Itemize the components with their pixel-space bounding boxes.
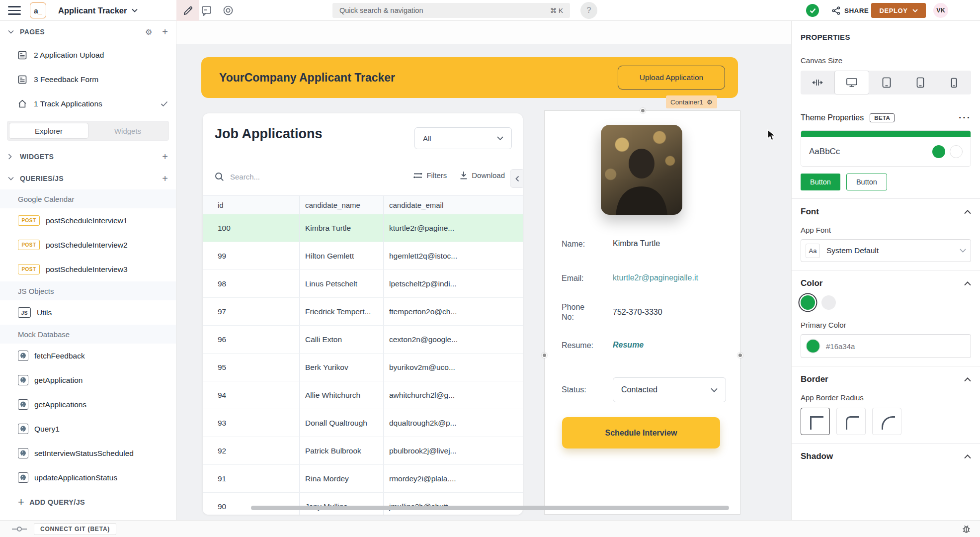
user-avatar[interactable]: VK	[933, 3, 948, 18]
table-row[interactable]: 91 Rina Mordey rmordey2i@plala....	[203, 465, 523, 493]
border-radius-large-option[interactable]	[872, 408, 901, 435]
query-postscheduleinterview1[interactable]: POST postScheduleInterview1	[0, 208, 176, 233]
primary-button-preview[interactable]: Button	[801, 174, 840, 190]
canvas-size-tablet-option[interactable]	[903, 71, 937, 94]
add-widget-button[interactable]: +	[162, 152, 168, 162]
column-header-candidate-name[interactable]: candidate_name	[305, 201, 360, 209]
theme-accent-bar	[801, 131, 971, 137]
widget-settings-gear-icon[interactable]: ⚙	[707, 98, 713, 106]
theme-background-swatch[interactable]	[950, 145, 963, 158]
app-font-select[interactable]: Aa System Default	[801, 239, 971, 262]
table-row[interactable]: 90 Jany Mullins jmullins2h@shutt...	[203, 493, 523, 515]
add-page-button[interactable]: +	[162, 27, 168, 37]
app-header-banner-widget[interactable]: YourCompany Applicant Tracker Upload App…	[201, 57, 738, 98]
column-header-candidate-email[interactable]: candidate_email	[389, 201, 443, 209]
debug-bug-icon[interactable]	[962, 524, 971, 534]
border-radius-none-option[interactable]	[801, 408, 830, 435]
table-search-input[interactable]: Search...	[215, 172, 260, 181]
status-select[interactable]: Contacted	[613, 377, 726, 402]
download-button[interactable]: Download	[460, 171, 505, 179]
resize-handle-right[interactable]	[737, 353, 743, 358]
query-postscheduleinterview3[interactable]: POST postScheduleInterview3	[0, 257, 176, 281]
pages-header-row[interactable]: PAGES ⚙ +	[0, 21, 176, 43]
color-section-header[interactable]: Color	[801, 278, 971, 288]
connect-git-button[interactable]: CONNECT GIT (BETA)	[34, 523, 116, 535]
comments-mode-button[interactable]	[201, 5, 212, 16]
font-section-header[interactable]: Font	[801, 207, 971, 217]
query-postscheduleinterview2[interactable]: POST postScheduleInterview2	[0, 233, 176, 257]
pages-settings-icon[interactable]: ⚙	[145, 27, 152, 37]
column-header-id[interactable]: id	[218, 201, 224, 209]
top-bar: a_ Applicant Tracker Quick search & navi…	[0, 0, 980, 21]
email-link[interactable]: kturtle2r@paginegialle.it	[613, 273, 698, 282]
deploy-button[interactable]: DEPLOY	[871, 3, 926, 18]
table-row[interactable]: 100 Kimbra Turtle kturtle2r@pagine...	[203, 214, 523, 242]
add-query-js-button[interactable]: + ADD QUERY/JS	[0, 490, 176, 514]
table-row[interactable]: 92 Patrick Bulbrook pbulbrook2j@livej...	[203, 437, 523, 465]
schedule-interview-button[interactable]: Schedule Interview	[562, 417, 720, 448]
queries-section-row[interactable]: QUERIES/JS +	[0, 168, 176, 189]
query-query1[interactable]: Query1	[0, 417, 176, 441]
quick-search-input[interactable]: Quick search & navigation ⌘ K	[332, 3, 570, 18]
table-row[interactable]: 93 Donall Qualtrough dqualtrough2k@p...	[203, 409, 523, 437]
tab-explorer[interactable]: Explorer	[9, 123, 88, 139]
resize-handle-top[interactable]	[640, 108, 646, 113]
table-row[interactable]: 96 Calli Exton cexton2n@google...	[203, 326, 523, 354]
app-logo[interactable]: a_	[30, 2, 46, 18]
table-row[interactable]: 95 Berk Yurikov byurikov2m@uco...	[203, 354, 523, 381]
resume-link[interactable]: Resume	[613, 341, 644, 350]
sidebar-page-track-applications[interactable]: 1 Track Applications	[0, 91, 176, 116]
theme-primary-swatch[interactable]	[932, 145, 945, 158]
app-title-menu[interactable]: Applicant Tracker	[58, 0, 138, 21]
query-fetchfeedback[interactable]: fetchFeedback	[0, 344, 176, 368]
cell-id: 96	[218, 335, 226, 344]
chevron-up-icon[interactable]	[964, 377, 971, 382]
upload-application-button[interactable]: Upload Application	[618, 66, 725, 90]
canvas-size-mobile-option[interactable]	[937, 71, 971, 94]
hamburger-menu-icon[interactable]	[8, 6, 21, 15]
primary-color-swatch[interactable]	[801, 295, 815, 310]
table-row[interactable]: 94 Allie Whitchurch awhitchurch2l@g...	[203, 381, 523, 409]
status-filter-select[interactable]: All	[414, 127, 512, 149]
share-button[interactable]: SHARE	[832, 0, 869, 21]
theme-preview-card[interactable]: AaBbCc	[801, 130, 971, 167]
help-button[interactable]: ?	[580, 2, 597, 19]
table-row[interactable]: 99 Hilton Gemlett hgemlett2q@istoc...	[203, 242, 523, 270]
primary-color-input[interactable]: #16a34a	[801, 334, 971, 358]
table-row[interactable]: 97 Friedrick Tempert... ftemperton2o@ch.…	[203, 298, 523, 326]
table-row[interactable]: 98 Linus Petschelt lpetschelt2p@indi...	[203, 270, 523, 298]
chevron-up-icon[interactable]	[964, 281, 971, 286]
chevron-up-icon[interactable]	[964, 454, 971, 459]
horizontal-scrollbar[interactable]	[251, 506, 729, 510]
secondary-button-preview[interactable]: Button	[846, 174, 887, 190]
query-updateapplicationstatus[interactable]: updateApplicationStatus	[0, 465, 176, 490]
canvas-size-desktop-option[interactable]	[834, 71, 869, 94]
query-setinterviewstatusscheduled[interactable]: setInterviewStatusScheduled	[0, 441, 176, 465]
canvas-size-fluid-option[interactable]	[801, 71, 834, 94]
chevron-up-icon[interactable]	[964, 210, 971, 214]
canvas-size-tablet-large-option[interactable]	[869, 71, 903, 94]
add-query-plus-button[interactable]: +	[162, 174, 168, 183]
table-header-row[interactable]: id candidate_name candidate_email	[203, 195, 523, 214]
theme-more-options-button[interactable]: ···	[959, 112, 971, 123]
collapse-panel-button[interactable]	[510, 169, 523, 188]
border-section-header[interactable]: Border	[801, 374, 971, 384]
sidebar-page-feedback-form[interactable]: 3 Feeedback Form	[0, 67, 176, 91]
query-getapplications[interactable]: getApplications	[0, 392, 176, 417]
js-object-utils[interactable]: JS Utils	[0, 300, 176, 325]
resize-handle-left[interactable]	[542, 353, 547, 358]
selected-widget-tag[interactable]: Container1 ⚙	[666, 95, 717, 108]
tab-widgets[interactable]: Widgets	[88, 123, 167, 139]
edit-mode-button[interactable]	[176, 0, 199, 21]
filters-button[interactable]: Filters	[413, 171, 447, 179]
container1-widget[interactable]: Name: Kimbra Turtle Email: kturtle2r@pag…	[544, 110, 740, 515]
sharp-corner-icon	[810, 416, 823, 430]
border-radius-medium-option[interactable]	[836, 408, 866, 435]
shadow-section-header[interactable]: Shadow	[801, 451, 971, 461]
query-getapplication[interactable]: getApplication	[0, 368, 176, 392]
background-color-swatch[interactable]	[821, 295, 836, 310]
view-mode-button[interactable]	[223, 5, 234, 16]
cell-email: pbulbrook2j@livej...	[389, 447, 457, 455]
widgets-section-row[interactable]: WIDGETS +	[0, 146, 176, 168]
sidebar-page-application-upload[interactable]: 2 Application Upload	[0, 43, 176, 67]
